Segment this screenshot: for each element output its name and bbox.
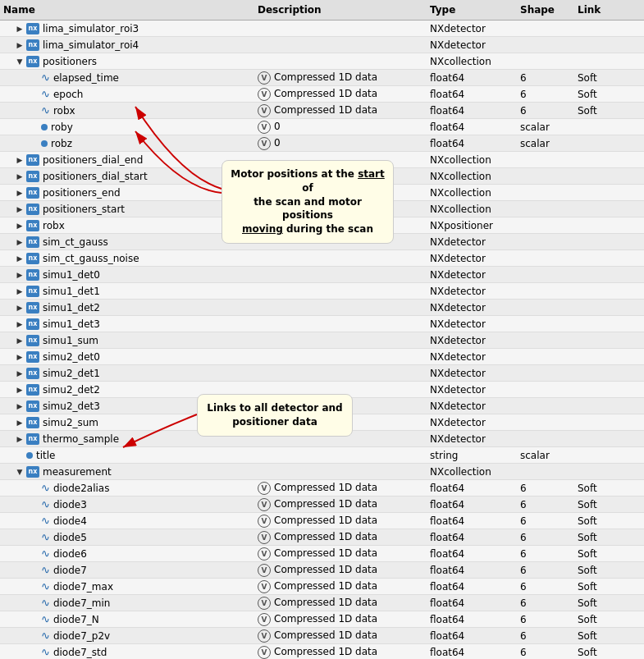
link-cell: Soft [574, 71, 632, 85]
desc-text: Compressed 1D data [274, 88, 377, 99]
expand-button[interactable]: ▶ [15, 221, 25, 231]
nx-icon: nx [26, 253, 39, 264]
link-cell [574, 28, 632, 30]
name-cell: roby [0, 121, 254, 134]
v-icon: V [258, 71, 271, 85]
name-cell: ∿diode7_max [0, 579, 254, 593]
name-cell: ∿diode7_N [0, 612, 254, 626]
table-row: ▼nxmeasurementNXcollection [0, 464, 644, 480]
link-cell [574, 340, 632, 341]
expand-button[interactable]: ▶ [15, 24, 25, 34]
row-name: diode5 [53, 532, 87, 543]
nx-icon: nx [26, 368, 39, 379]
row-name: diode3 [53, 499, 87, 510]
shape-cell [517, 28, 574, 30]
type-cell: NXcollection [427, 55, 517, 68]
table-row: ▶nxsimu2_det1NXdetector [0, 365, 644, 382]
expand-button[interactable]: ▶ [15, 319, 25, 329]
desc-cell: VCompressed 1D data [254, 530, 427, 545]
name-cell: ▶nxsimu1_det0 [0, 268, 254, 281]
type-cell: float64 [427, 104, 517, 117]
shape-cell [517, 61, 574, 62]
desc-cell: VCompressed 1D data [254, 547, 427, 561]
expand-button[interactable]: ▶ [15, 368, 25, 378]
nx-icon: nx [26, 171, 39, 182]
expand-button[interactable]: ▼ [15, 57, 25, 66]
shape-cell [517, 389, 574, 391]
desc-cell [254, 159, 427, 161]
row-name: positioners_start [43, 204, 125, 215]
v-icon: V [258, 564, 271, 577]
shape-cell [517, 471, 574, 473]
type-cell: float64 [427, 88, 517, 101]
link-cell [574, 389, 632, 391]
table-row: ▶nxpositioners_dial_startNXcollection [0, 168, 644, 185]
table-row: ▶nxthermo_sampleNXdetector [0, 431, 644, 447]
expand-button[interactable]: ▶ [15, 204, 25, 214]
expand-button[interactable]: ▶ [15, 237, 25, 247]
expand-button[interactable]: ▶ [15, 188, 25, 198]
row-name: positioners_dial_end [43, 154, 143, 166]
expand-button[interactable]: ▶ [15, 434, 25, 444]
nx-icon: nx [26, 286, 39, 297]
table-row: ∿diode2aliasVCompressed 1D datafloat646S… [0, 480, 644, 497]
link-cell [574, 356, 632, 358]
row-name: simu2_det2 [43, 384, 100, 396]
link-cell [574, 176, 632, 177]
table-row: ∿diode4VCompressed 1D datafloat646Soft [0, 513, 644, 529]
expand-button[interactable]: ▶ [15, 40, 25, 50]
desc-text: Compressed 1D data [274, 498, 377, 510]
type-cell: NXcollection [427, 203, 517, 216]
type-cell: NXdetector [427, 268, 517, 281]
nx-icon: nx [26, 433, 39, 445]
type-cell: float64 [427, 515, 517, 528]
header-type: Type [427, 2, 517, 17]
shape-cell: scalar [517, 137, 574, 150]
v-icon: V [258, 580, 271, 593]
header-link: Link [574, 2, 632, 17]
name-cell: ▶nxsimu2_det2 [0, 383, 254, 396]
shape-cell: 6 [517, 564, 574, 577]
expand-button[interactable]: ▶ [15, 254, 25, 263]
expand-button[interactable]: ▶ [15, 155, 25, 165]
name-cell: ∿diode7_min [0, 596, 254, 610]
shape-cell: 6 [517, 646, 574, 659]
row-name: measurement [43, 466, 112, 478]
type-cell: NXdetector [427, 301, 517, 314]
shape-cell: 6 [517, 547, 574, 561]
expand-button[interactable]: ▶ [15, 270, 25, 280]
wave-icon: ∿ [41, 646, 50, 658]
expand-button[interactable]: ▶ [15, 401, 25, 411]
type-cell: float64 [427, 547, 517, 561]
desc-cell: VCompressed 1D data [254, 481, 427, 496]
expand-button[interactable]: ▶ [15, 172, 25, 181]
v-icon: V [258, 88, 271, 101]
expand-button[interactable]: ▶ [15, 286, 25, 296]
expand-button[interactable]: ▶ [15, 385, 25, 395]
shape-cell: 6 [517, 88, 574, 101]
link-cell [574, 192, 632, 194]
type-cell: NXdetector [427, 350, 517, 364]
expand-button[interactable]: ▶ [15, 336, 25, 346]
link-cell [574, 159, 632, 161]
desc-cell [254, 307, 427, 309]
table-row: ▼nxpositionersNXcollection [0, 53, 644, 70]
wave-icon: ∿ [41, 482, 50, 494]
name-cell: ▼nxmeasurement [0, 465, 254, 478]
row-name: diode7_N [53, 614, 99, 625]
table-row: ∿diode7_minVCompressed 1D datafloat646So… [0, 595, 644, 611]
dot-icon [41, 124, 48, 130]
desc-text: 0 [274, 121, 281, 132]
name-cell: ▶nxsimu1_det3 [0, 318, 254, 331]
name-cell: ▶nxsimu2_det3 [0, 400, 254, 413]
row-name: epoch [53, 89, 84, 100]
expand-button[interactable]: ▶ [15, 418, 25, 428]
expand-button[interactable]: ▶ [15, 303, 25, 313]
expand-button[interactable]: ▼ [15, 467, 25, 477]
shape-cell [517, 291, 574, 292]
wave-icon: ∿ [41, 547, 50, 560]
desc-cell: VCompressed 1D data [254, 612, 427, 627]
name-cell: ▶nxthermo_sample [0, 432, 254, 446]
table-row: ▶nxlima_simulator_roi3NXdetector [0, 21, 644, 37]
expand-button[interactable]: ▶ [15, 352, 25, 362]
